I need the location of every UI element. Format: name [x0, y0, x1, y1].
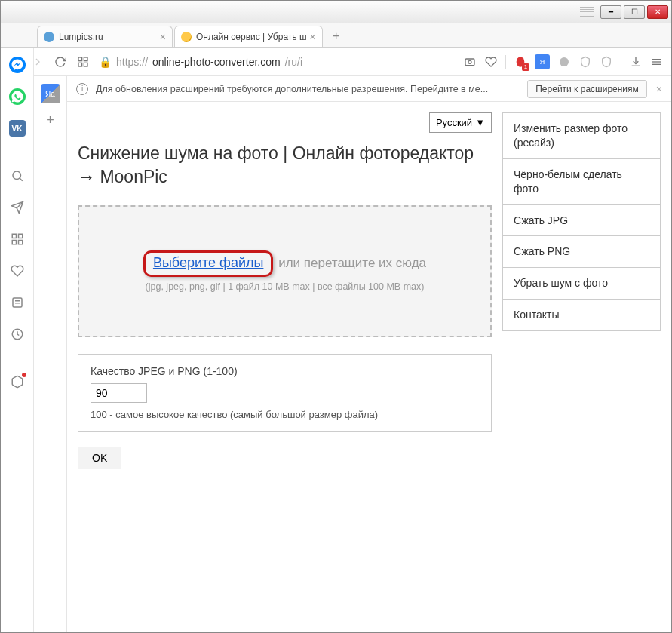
svg-point-5	[468, 60, 471, 63]
url-scheme: https://	[116, 56, 148, 68]
svg-point-12	[13, 171, 21, 180]
whatsapp-icon[interactable]	[9, 88, 26, 105]
svg-rect-4	[465, 59, 474, 66]
go-to-extensions-button[interactable]: Перейти к расширениям	[527, 80, 647, 98]
notification-bar: i Для обновления расширений требуются до…	[67, 76, 671, 102]
separator	[505, 55, 506, 69]
search-icon[interactable]	[9, 167, 26, 184]
tabs-row: Lumpics.ru × Онлайн сервис | Убрать ш × …	[1, 23, 671, 48]
quality-box: Качество JPEG и PNG (1-100) 100 - самое …	[78, 354, 492, 432]
nav-item-contacts[interactable]: Контакты	[503, 300, 660, 330]
lock-icon: 🔒	[99, 56, 112, 68]
flow-icon[interactable]	[9, 199, 26, 216]
add-panel-button[interactable]: +	[46, 112, 54, 128]
dropzone-line: Выберите файлы или перетащите их сюда	[94, 250, 475, 277]
svg-rect-0	[78, 57, 82, 61]
address-bar: 🔒 https://online-photo-converter.com/ru/…	[1, 48, 671, 76]
speed-dial-sidebar-icon[interactable]	[9, 231, 26, 247]
close-button[interactable]: ✕	[647, 5, 668, 19]
nav-item-compress-png[interactable]: Сжать PNG	[503, 236, 660, 268]
info-icon: i	[76, 83, 88, 95]
reload-button[interactable]	[54, 55, 67, 69]
separator	[621, 55, 621, 69]
bookmark-icon[interactable]	[484, 55, 498, 69]
tab-lumpics[interactable]: Lumpics.ru ×	[37, 26, 173, 47]
svg-line-13	[20, 178, 23, 181]
history-icon[interactable]	[9, 326, 26, 343]
tab-close-icon[interactable]: ×	[310, 31, 316, 43]
page-content: Русский ▼ Снижение шума на фото | Онлайн…	[67, 102, 671, 632]
drag-text: или перетащите их сюда	[278, 256, 426, 270]
vk-icon[interactable]: VK	[9, 120, 26, 137]
translate-icon[interactable]: Яa	[41, 84, 60, 103]
dropdown-icon: ▼	[475, 117, 485, 128]
toolbar-right: Я	[463, 54, 664, 69]
main-column: Русский ▼ Снижение шума на фото | Онлайн…	[78, 112, 492, 622]
news-icon[interactable]	[9, 294, 26, 311]
opera-sidebar: VK	[1, 48, 34, 632]
choose-files-link[interactable]: Выберите файлы	[153, 255, 264, 270]
language-select[interactable]: Русский ▼	[429, 112, 492, 133]
vpn-icon[interactable]	[600, 55, 613, 69]
choose-files-highlight: Выберите файлы	[143, 250, 274, 277]
tab-moonpic[interactable]: Онлайн сервис | Убрать ш ×	[174, 26, 323, 47]
titlebar-grip-icon	[580, 7, 594, 17]
svg-rect-19	[18, 241, 22, 244]
language-label: Русский	[436, 117, 472, 128]
url-path: /ru/i	[285, 56, 302, 68]
adblock-icon[interactable]	[578, 55, 592, 69]
opera-extension-icon[interactable]	[514, 55, 527, 69]
bookmarks-sidebar-icon[interactable]	[9, 263, 26, 279]
formats-hint: (jpg, jpeg, png, gif | 1 файл 10 MB max …	[94, 281, 475, 292]
notification-close-icon[interactable]: ×	[656, 83, 662, 95]
inner-sidebar: Яa +	[34, 76, 67, 632]
svg-point-6	[517, 57, 525, 66]
page-title: Снижение шума на фото | Онлайн фоторедак…	[78, 142, 492, 189]
svg-rect-3	[84, 63, 87, 66]
right-column: Изменить размер фото (ресайз) Чёрно-белы…	[502, 112, 661, 622]
browser-window: ━ ☐ ✕ Lumpics.ru × Онлайн сервис | Убрат…	[0, 0, 672, 633]
svg-rect-17	[18, 234, 22, 238]
window-titlebar: ━ ☐ ✕	[1, 1, 671, 23]
quality-input[interactable]	[91, 383, 147, 403]
nav-item-denoise[interactable]: Убрать шум с фото	[503, 268, 660, 300]
extension-icon[interactable]	[557, 55, 571, 69]
nav-item-compress-jpg[interactable]: Сжать JPG	[503, 205, 660, 237]
downloads-icon[interactable]	[629, 55, 643, 69]
file-dropzone[interactable]: Выберите файлы или перетащите их сюда (j…	[78, 205, 492, 337]
nav-list: Изменить размер фото (ресайз) Чёрно-белы…	[502, 112, 661, 331]
notification-text: Для обновления расширений требуются допо…	[96, 84, 521, 94]
snapshot-icon[interactable]	[463, 55, 477, 69]
tab-title: Lumpics.ru	[59, 32, 157, 42]
new-tab-button[interactable]: +	[327, 27, 345, 45]
quality-label: Качество JPEG и PNG (1-100)	[91, 365, 479, 377]
translate-extension-icon[interactable]: Я	[535, 54, 550, 69]
nav-item-grayscale[interactable]: Чёрно-белым сделать фото	[503, 159, 660, 205]
url-host: online-photo-converter.com	[152, 56, 281, 68]
tab-title: Онлайн сервис | Убрать ш	[196, 32, 307, 42]
messenger-icon[interactable]	[9, 57, 26, 73]
url-display[interactable]: 🔒 https://online-photo-converter.com/ru/…	[99, 56, 302, 68]
menu-icon[interactable]	[650, 55, 664, 69]
maximize-button[interactable]: ☐	[624, 5, 645, 19]
sidebar-divider	[8, 358, 26, 358]
extensions-sidebar-icon[interactable]	[9, 373, 26, 390]
tab-close-icon[interactable]: ×	[160, 31, 166, 43]
nav-item-resize[interactable]: Изменить размер фото (ресайз)	[503, 113, 660, 159]
speed-dial-button[interactable]	[76, 55, 90, 69]
sidebar-divider	[8, 152, 26, 152]
quality-note: 100 - самое высокое качество (самый боль…	[91, 409, 479, 420]
favicon-icon	[181, 32, 192, 42]
ok-button[interactable]: OK	[78, 447, 121, 469]
svg-rect-18	[12, 241, 16, 244]
favicon-icon	[44, 32, 54, 42]
svg-rect-1	[84, 57, 87, 61]
svg-point-7	[560, 57, 569, 66]
minimize-button[interactable]: ━	[600, 5, 621, 19]
svg-rect-2	[78, 63, 82, 66]
svg-rect-16	[12, 234, 16, 238]
